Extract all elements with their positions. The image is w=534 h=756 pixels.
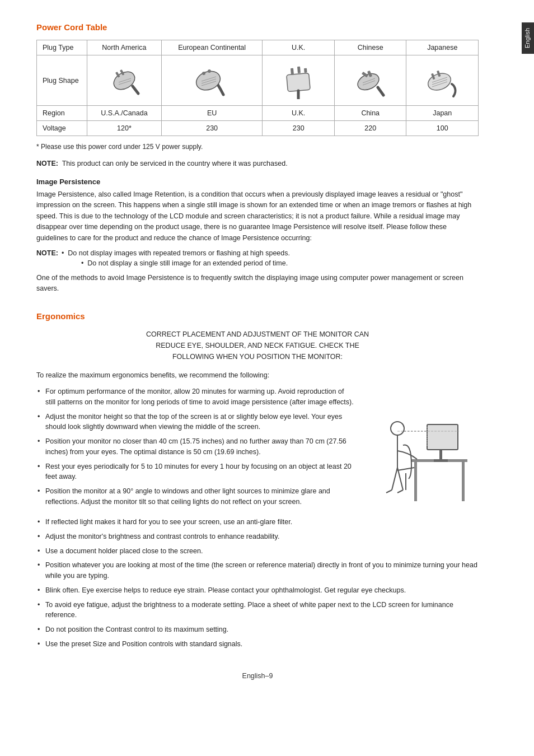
ergonomics-intro: To realize the maximum ergonomics benefi… [36, 370, 479, 381]
table-header-eu: European Continental [161, 40, 263, 55]
note-label: NOTE: [36, 249, 58, 257]
svg-rect-30 [414, 462, 417, 501]
plug-shape-northamerica [87, 55, 162, 106]
ergo-bullet-2: Adjust the monitor height so that the to… [36, 412, 355, 433]
page-footer: English–9 [36, 672, 479, 680]
ergo-two-col: For optimum performance of the monitor, … [36, 386, 479, 511]
svg-rect-14 [297, 67, 301, 73]
svg-point-36 [391, 422, 404, 435]
north-america-plug-icon [102, 60, 147, 99]
plug-shape-chinese [334, 55, 406, 106]
row-label-plugshape: Plug Shape [37, 55, 87, 106]
svg-rect-13 [291, 68, 294, 75]
japanese-plug-icon [420, 60, 465, 99]
power-cord-title: Power Cord Table [36, 22, 479, 32]
ergo-bullets-left: For optimum performance of the monitor, … [36, 386, 355, 511]
table-header-plugtype: Plug Type [37, 40, 87, 55]
region-eu: EU [161, 106, 263, 121]
eu-plug-icon [190, 60, 235, 99]
ergo-bullet-10: Blink often. Eye exercise helps to reduc… [36, 585, 479, 596]
voltage-chinese: 220 [334, 121, 406, 136]
ergo-bullet-list-left: For optimum performance of the monitor, … [36, 386, 355, 507]
cord-note-text: This product can only be serviced in the… [62, 160, 288, 167]
ergo-bullet-9: Position whatever you are looking at mos… [36, 560, 479, 581]
chinese-plug-icon [348, 60, 393, 99]
ergo-center-line2: REDUCE EYE, SHOULDER, AND NECK FATIGUE. … [156, 342, 359, 349]
ergo-bullet-12: Do not position the Contrast control to … [36, 624, 479, 635]
ergo-bullets-full: If reflected light makes it hard for you… [36, 517, 479, 650]
side-tab-label: English [524, 28, 531, 48]
region-northamerica: U.S.A./Canada [87, 106, 162, 121]
region-uk: U.K. [263, 106, 335, 121]
ergo-bullet-4: Rest your eyes periodically for 5 to 10 … [36, 461, 355, 483]
page-number: English–9 [242, 672, 273, 680]
svg-line-39 [392, 468, 397, 490]
svg-rect-34 [427, 424, 458, 450]
table-header-uk: U.K. [263, 40, 335, 55]
region-japanese: Japan [406, 106, 479, 121]
svg-rect-33 [434, 459, 448, 462]
voltage-uk: 230 [263, 121, 335, 136]
plug-shape-uk [263, 55, 335, 106]
ergo-bullet-6: If reflected light makes it hard for you… [36, 517, 479, 528]
row-label-region: Region [37, 106, 87, 121]
ergo-center-line1: CORRECT PLACEMENT AND ADJUSTMENT OF THE … [146, 330, 369, 338]
table-header-northamerica: North America [87, 40, 162, 55]
ergo-center-line3: FOLLOWING WHEN YOU POSITION THE MONITOR: [172, 353, 343, 361]
cord-table-footnote: * Please use this power cord under 125 V… [36, 143, 479, 151]
side-tab-english: English [522, 22, 534, 54]
table-header-chinese: Chinese [334, 40, 406, 55]
cord-note-label: NOTE: [36, 160, 62, 167]
image-persistence-body: Image Persistence, also called Image Ret… [36, 189, 479, 244]
svg-line-41 [386, 490, 392, 493]
image-persistence-notes: NOTE: • Do not display images with repea… [36, 249, 479, 267]
ergonomics-center-text: CORRECT PLACEMENT AND ADJUSTMENT OF THE … [36, 329, 479, 362]
row-label-voltage: Voltage [37, 121, 87, 136]
svg-line-17 [378, 87, 383, 95]
uk-plug-icon [276, 60, 321, 99]
ergo-bullet-7: Adjust the monitor's brightness and cont… [36, 531, 479, 542]
ergo-bullet-list-full: If reflected light makes it hard for you… [36, 517, 479, 650]
ergo-bullet-1: For optimum performance of the monitor, … [36, 386, 355, 408]
power-cord-table: Plug Type North America European Contine… [36, 40, 479, 136]
ergo-bullet-13: Use the preset Size and Position control… [36, 639, 479, 650]
note-bullet-2-text: Do not display a single still image for … [87, 259, 288, 267]
note-bullet-icon2: • [81, 259, 83, 267]
ergonomics-diagram-svg [367, 386, 479, 510]
svg-line-40 [397, 468, 403, 490]
voltage-northamerica: 120* [87, 121, 162, 136]
ergonomics-title: Ergonomics [36, 311, 479, 321]
note-bullet-icon: • [62, 249, 64, 257]
ergo-bullet-8: Use a document holder placed close to th… [36, 546, 479, 557]
image-persistence-title: Image Persistence [36, 178, 479, 186]
svg-rect-12 [287, 73, 310, 91]
image-persistence-closing: One of the methods to avoid Image Persis… [36, 273, 479, 295]
svg-rect-15 [304, 68, 307, 73]
svg-line-42 [397, 490, 403, 493]
plug-shape-eu [161, 55, 263, 106]
svg-rect-31 [462, 462, 465, 501]
ergo-bullet-5: Position the monitor at a 90° angle to w… [36, 486, 355, 507]
table-header-japanese: Japanese [406, 40, 479, 55]
note-bullet-1-text: Do not display images with repeated trem… [68, 249, 290, 257]
ergonomics-section: Ergonomics CORRECT PLACEMENT AND ADJUSTM… [36, 311, 479, 650]
ergo-bullet-3: Position your monitor no closer than 40 … [36, 436, 355, 458]
svg-line-0 [133, 86, 138, 94]
ergo-bullet-11: To avoid eye fatigue, adjust the brightn… [36, 600, 479, 621]
voltage-japanese: 100 [406, 121, 479, 136]
voltage-eu: 230 [161, 121, 263, 136]
region-chinese: China [334, 106, 406, 121]
ergonomics-diagram [367, 386, 479, 511]
plug-shape-japanese [406, 55, 479, 106]
cord-note: NOTE: This product can only be serviced … [36, 160, 479, 167]
